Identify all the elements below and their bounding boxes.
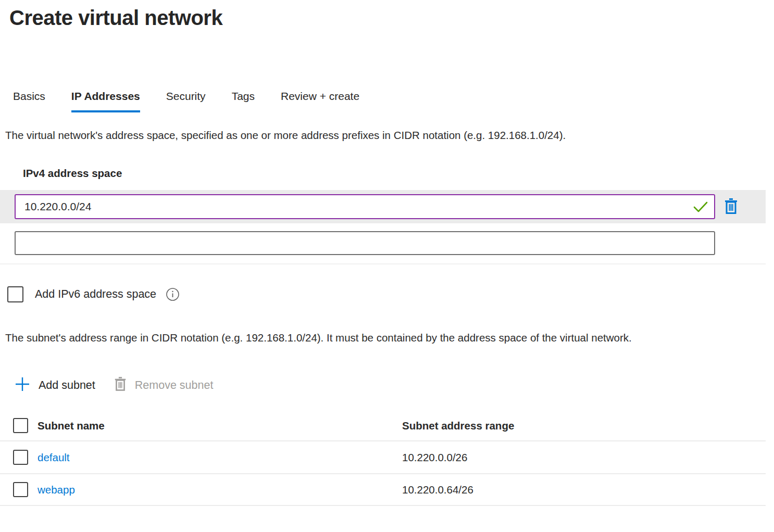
new-address-prefix-input-wrap: [15, 231, 715, 255]
tab-bar: Basics IP Addresses Security Tags Review…: [13, 90, 774, 112]
row-checkbox-default[interactable]: [13, 450, 28, 465]
subnet-link-webapp[interactable]: webapp: [38, 484, 75, 496]
delete-address-prefix-button[interactable]: [724, 197, 738, 217]
tab-ip-addresses[interactable]: IP Addresses: [71, 90, 140, 112]
new-address-prefix-input[interactable]: [15, 231, 715, 255]
section-divider: [0, 263, 766, 264]
address-prefix-input[interactable]: [15, 194, 715, 219]
subnet-table: Subnet name Subnet address range default…: [0, 411, 766, 506]
tab-tags[interactable]: Tags: [232, 90, 255, 112]
subnet-link-default[interactable]: default: [38, 451, 70, 463]
tab-security[interactable]: Security: [166, 90, 206, 112]
tab-review-create[interactable]: Review + create: [281, 90, 359, 112]
address-prefix-row: [0, 190, 766, 223]
ipv6-checkbox[interactable]: [7, 286, 23, 302]
page-title: Create virtual network: [9, 6, 774, 30]
info-icon[interactable]: [166, 287, 180, 301]
row-checkbox-webapp[interactable]: [13, 482, 28, 497]
trash-icon: [724, 197, 738, 217]
subnet-table-header: Subnet name Subnet address range: [0, 411, 766, 440]
table-row: default 10.220.0.0/26: [0, 440, 766, 473]
ipv4-address-space-label: IPv4 address space: [23, 167, 774, 180]
plus-icon: [15, 376, 30, 395]
select-all-checkbox[interactable]: [13, 418, 28, 433]
ipv6-option-row: Add IPv6 address space: [7, 286, 774, 302]
ipv6-label: Add IPv6 address space: [35, 288, 156, 301]
subnet-range-default: 10.220.0.0/26: [402, 451, 766, 464]
tab-basics[interactable]: Basics: [13, 90, 45, 112]
add-subnet-label: Add subnet: [39, 379, 95, 392]
address-space-description: The virtual network's address space, spe…: [5, 126, 741, 144]
subnet-toolbar: Add subnet Remove subnet: [15, 376, 774, 395]
add-subnet-button[interactable]: Add subnet: [15, 376, 95, 395]
address-prefix-input-wrap: [15, 194, 715, 219]
trash-icon-disabled: [114, 376, 127, 395]
create-virtual-network-page: Create virtual network Basics IP Address…: [0, 6, 774, 532]
subnet-range-webapp: 10.220.0.64/26: [402, 484, 766, 496]
remove-subnet-button[interactable]: Remove subnet: [114, 376, 214, 395]
remove-subnet-label: Remove subnet: [135, 379, 214, 392]
column-header-subnet-name: Subnet name: [38, 420, 402, 432]
table-row: webapp 10.220.0.64/26: [0, 473, 766, 506]
subnet-description: The subnet's address range in CIDR notat…: [5, 328, 741, 347]
new-address-prefix-row: [0, 230, 774, 256]
column-header-subnet-range: Subnet address range: [402, 420, 766, 432]
